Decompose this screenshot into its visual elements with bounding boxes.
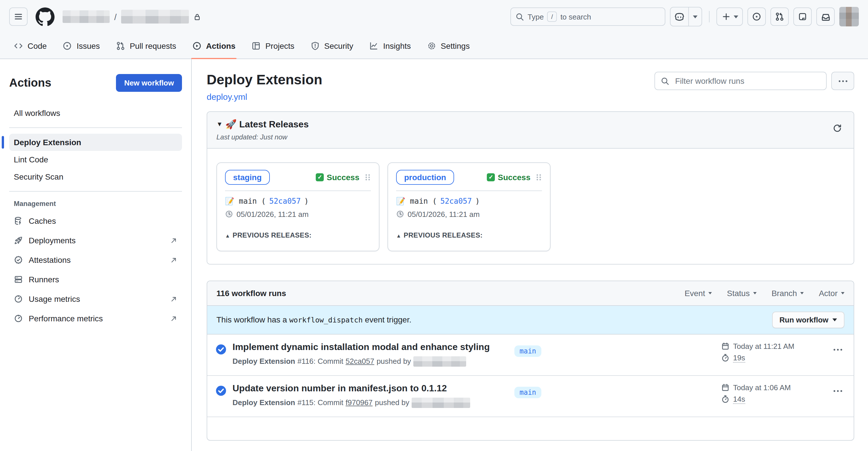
workflow-options-button[interactable] bbox=[831, 72, 854, 90]
run-options-button[interactable] bbox=[831, 347, 844, 353]
environment-chip[interactable]: production bbox=[396, 170, 454, 185]
run-title-link[interactable]: Implement dynamic installation modal and… bbox=[232, 342, 515, 352]
sidebar-item-usage-metrics[interactable]: Usage metrics bbox=[9, 289, 182, 309]
success-check-emoji: ✓ bbox=[316, 173, 324, 181]
tab-security[interactable]: Security bbox=[304, 33, 360, 59]
copilot-dropdown-button[interactable] bbox=[688, 7, 702, 26]
sidebar-item-security-scan[interactable]: Security Scan bbox=[9, 168, 182, 185]
create-new-button[interactable] bbox=[716, 7, 743, 26]
workflow-file-link[interactable]: deploy.yml bbox=[207, 92, 247, 102]
sidebar-item-deployments[interactable]: Deployments bbox=[9, 231, 182, 250]
all-workflows-link[interactable]: All workflows bbox=[9, 104, 182, 122]
bookmark-square-icon bbox=[798, 12, 807, 21]
chevron-down-icon bbox=[801, 292, 804, 294]
repo-name-redacted[interactable] bbox=[121, 10, 189, 24]
sidebar-item-attestations[interactable]: Attestations bbox=[9, 250, 182, 270]
issues-button[interactable] bbox=[747, 7, 766, 26]
chevron-down-icon bbox=[832, 318, 837, 321]
notice-before: This workflow has a bbox=[216, 315, 289, 324]
workflow-runs-header: 116 workflow runs Event Status Branch Ac… bbox=[207, 281, 854, 306]
tab-actions[interactable]: Actions bbox=[185, 33, 243, 59]
status-text: Success bbox=[498, 173, 530, 182]
run-duration[interactable]: 19s bbox=[733, 353, 745, 363]
tab-projects[interactable]: Projects bbox=[245, 33, 301, 59]
previous-releases-toggle[interactable]: ▲PREVIOUS RELEASES: bbox=[396, 231, 542, 239]
server-icon bbox=[14, 275, 23, 284]
chevron-down-icon bbox=[733, 15, 738, 18]
branch-text: 📝 main ( bbox=[396, 197, 437, 205]
tab-label: Projects bbox=[265, 41, 294, 51]
global-search-input[interactable]: Type / to search bbox=[510, 7, 665, 26]
sidebar-item-deploy-extension[interactable]: Deploy Extension bbox=[9, 134, 182, 151]
actor-name-redacted[interactable] bbox=[413, 356, 466, 367]
verified-badge-icon bbox=[14, 255, 23, 264]
release-commit-line: 📝 main (52ca057) bbox=[396, 197, 542, 205]
page-title: Deploy Extension bbox=[207, 72, 322, 88]
branch-chip[interactable]: main bbox=[515, 387, 541, 398]
pull-requests-button[interactable] bbox=[770, 7, 789, 26]
run-subtitle: Deploy Extension #116: Commit 52ca057 pu… bbox=[232, 356, 515, 367]
collapse-triangle[interactable]: ▼ bbox=[216, 121, 223, 127]
sidebar-item-label: Usage metrics bbox=[29, 294, 80, 303]
play-circle-icon bbox=[192, 41, 202, 51]
new-workflow-button[interactable]: New workflow bbox=[116, 74, 182, 92]
run-options-button[interactable] bbox=[831, 388, 844, 394]
tab-settings[interactable]: Settings bbox=[420, 33, 476, 59]
refresh-button[interactable] bbox=[830, 121, 844, 137]
run-workflow-name: Deploy Extension bbox=[232, 398, 295, 407]
owner-name-redacted[interactable] bbox=[63, 10, 110, 23]
commit-link[interactable]: f970967 bbox=[346, 398, 373, 407]
chevron-down-icon bbox=[753, 292, 756, 294]
sidebar-item-label: Performance metrics bbox=[29, 314, 103, 323]
status-filter-dropdown[interactable]: Status bbox=[727, 289, 756, 298]
inbox-button[interactable] bbox=[816, 7, 835, 26]
actor-name-redacted[interactable] bbox=[412, 398, 470, 408]
github-logo-icon[interactable] bbox=[36, 7, 55, 26]
run-time: Today at 11:21 AM bbox=[733, 342, 794, 351]
latest-releases-title[interactable]: ▼ 🚀 Latest Releases bbox=[216, 119, 309, 130]
commit-link[interactable]: 52ca057 bbox=[346, 357, 374, 366]
run-number: #115: Commit bbox=[298, 398, 343, 407]
copilot-button[interactable] bbox=[671, 7, 688, 26]
card-divider bbox=[396, 191, 542, 191]
rocket-emoji: 🚀 bbox=[225, 119, 237, 129]
slash-key-badge: / bbox=[547, 11, 557, 22]
inbox-icon bbox=[820, 12, 830, 22]
table-icon bbox=[251, 41, 260, 51]
previous-releases-toggle[interactable]: ▲PREVIOUS RELEASES: bbox=[225, 231, 371, 239]
hamburger-menu-button[interactable] bbox=[9, 7, 28, 26]
event-filter-dropdown[interactable]: Event bbox=[685, 289, 712, 298]
search-placeholder-suffix: to search bbox=[560, 12, 591, 21]
run-time: Today at 1:06 AM bbox=[733, 383, 791, 392]
arrow-up-right-icon bbox=[170, 295, 177, 303]
tab-insights[interactable]: Insights bbox=[363, 33, 418, 59]
breadcrumb-separator: / bbox=[114, 12, 117, 22]
environment-chip[interactable]: staging bbox=[225, 170, 270, 185]
tab-pull-requests[interactable]: Pull requests bbox=[109, 33, 183, 59]
sidebar-item-lint-code[interactable]: Lint Code bbox=[9, 151, 182, 168]
pushed-by-text: pushed by bbox=[375, 398, 409, 407]
sidebar-item-caches[interactable]: Caches bbox=[9, 211, 182, 231]
actor-filter-dropdown[interactable]: Actor bbox=[819, 289, 844, 298]
commit-link[interactable]: 52ca057 bbox=[440, 197, 472, 205]
run-duration[interactable]: 14s bbox=[733, 395, 745, 404]
avatar[interactable] bbox=[839, 7, 859, 26]
tab-issues[interactable]: Issues bbox=[56, 33, 107, 59]
sidebar-item-runners[interactable]: Runners bbox=[9, 270, 182, 289]
run-meta: Today at 11:21 AM 19s bbox=[721, 342, 822, 363]
branch-chip[interactable]: main bbox=[515, 346, 541, 357]
saved-items-button[interactable] bbox=[794, 7, 812, 26]
filter-workflow-runs-input[interactable] bbox=[674, 76, 820, 86]
pushed-by-text: pushed by bbox=[377, 357, 411, 366]
search-placeholder-prefix: Type bbox=[528, 12, 544, 21]
sidebar-item-performance-metrics[interactable]: Performance metrics bbox=[9, 309, 182, 328]
tab-code[interactable]: Code bbox=[7, 33, 54, 59]
branch-close: ) bbox=[475, 197, 480, 205]
drag-handle-icon[interactable] bbox=[535, 173, 542, 181]
commit-link[interactable]: 52ca057 bbox=[269, 197, 301, 205]
run-title-link[interactable]: Update version number in manifest.json t… bbox=[232, 383, 515, 394]
branch-filter-dropdown[interactable]: Branch bbox=[772, 289, 804, 298]
drag-handle-icon[interactable] bbox=[364, 173, 371, 181]
panel-title-text: Latest Releases bbox=[239, 119, 309, 129]
run-workflow-button[interactable]: Run workflow bbox=[772, 312, 844, 328]
